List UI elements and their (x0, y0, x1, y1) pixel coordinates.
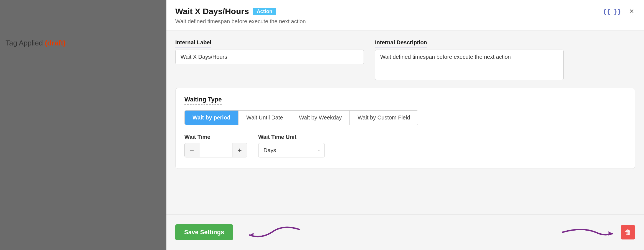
curly-braces-icon: {{ }} (603, 8, 621, 15)
waiting-type-card: Waiting Type Wait by period Wait Until D… (175, 88, 635, 169)
internal-description-textarea[interactable] (375, 50, 564, 80)
modal-title-left: Wait X Days/Hours Action (175, 7, 276, 16)
background-overlay: Tag Applied (draft) (0, 0, 166, 250)
footer-right: 🗑 (560, 221, 635, 243)
save-settings-button[interactable]: Save Settings (175, 224, 233, 240)
tag-applied-area: Tag Applied (draft) (0, 0, 166, 53)
internal-label-label: Internal Label (175, 39, 211, 47)
waiting-type-title: Waiting Type (184, 96, 626, 110)
internal-description-group: Internal Description (375, 39, 564, 80)
modal-subtitle: Wait defined timespan before execute the… (175, 18, 635, 30)
wait-time-section: Wait Time − + Wait Time Unit Days Hours … (184, 134, 626, 157)
waiting-type-tabs: Wait by period Wait Until Date Wait by W… (184, 110, 418, 125)
fields-row: Internal Label Internal Description (175, 39, 635, 80)
modal-title: Wait X Days/Hours (175, 7, 249, 16)
modal-footer: Save Settings 🗑 (166, 214, 644, 250)
close-button[interactable]: ✕ (628, 7, 635, 16)
internal-label-input[interactable] (175, 50, 364, 64)
wait-time-stepper: − + (184, 143, 247, 157)
tag-applied-label: Tag Applied (6, 39, 43, 47)
action-badge: Action (253, 8, 276, 15)
close-icon: ✕ (629, 8, 634, 15)
internal-label-group: Internal Label (175, 39, 364, 80)
trash-icon: 🗑 (625, 228, 631, 236)
modal-header: Wait X Days/Hours Action {{ }} ✕ Wait de… (166, 0, 644, 30)
wait-time-label: Wait Time (184, 134, 247, 140)
decrement-button[interactable]: − (185, 143, 199, 157)
internal-description-label: Internal Description (375, 39, 427, 47)
tab-wait-until-date[interactable]: Wait Until Date (239, 111, 291, 125)
modal-body: Internal Label Internal Description Wait… (166, 30, 644, 214)
svg-marker-1 (608, 231, 612, 236)
draft-badge: (draft) (45, 39, 66, 47)
tab-wait-by-custom-field[interactable]: Wait by Custom Field (350, 111, 418, 125)
wait-time-input[interactable] (199, 143, 232, 157)
wait-time-unit-group: Wait Time Unit Days Hours Minutes (258, 134, 325, 157)
modal-title-row: Wait X Days/Hours Action {{ }} ✕ (175, 7, 635, 16)
wait-time-unit-select[interactable]: Days Hours Minutes (258, 143, 325, 157)
wait-time-unit-label: Wait Time Unit (258, 134, 325, 140)
wait-time-group: Wait Time − + (184, 134, 247, 157)
delete-button[interactable]: 🗑 (621, 225, 635, 239)
modal-panel: Wait X Days/Hours Action {{ }} ✕ Wait de… (166, 0, 644, 250)
arrow-right-annotation (560, 221, 615, 243)
tab-wait-by-period[interactable]: Wait by period (185, 111, 239, 125)
modal-title-icons: {{ }} ✕ (602, 7, 635, 16)
tab-wait-by-weekday[interactable]: Wait by Weekday (291, 111, 350, 125)
arrow-left-annotation (244, 221, 305, 243)
internal-description-label-row: Internal Description (375, 39, 564, 47)
curly-braces-button[interactable]: {{ }} (602, 7, 622, 16)
internal-label-label-row: Internal Label (175, 39, 364, 47)
footer-left: Save Settings (175, 221, 305, 243)
increment-button[interactable]: + (232, 143, 247, 157)
